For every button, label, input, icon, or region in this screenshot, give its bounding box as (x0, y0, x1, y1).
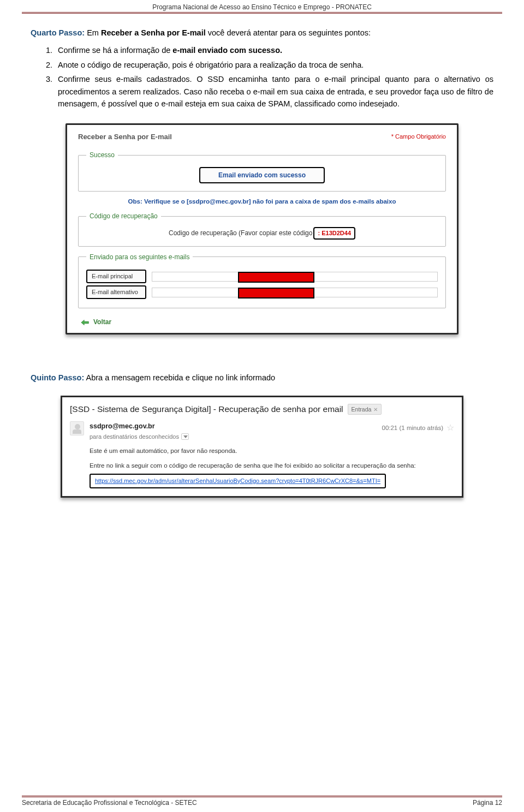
mail-body: Este é um email automático, por favor nã… (70, 441, 454, 489)
email-principal-label: E-mail principal (86, 270, 146, 283)
inbox-chip-label: Entrada (352, 405, 372, 414)
mail-body-line2: Entre no link a seguir com o código de r… (90, 461, 454, 471)
back-row[interactable]: Voltar (76, 314, 448, 327)
footer-right: Página 12 (473, 799, 502, 807)
screenshot-panel-1: Receber a Senha por E-mail * Campo Obrig… (66, 123, 458, 335)
page-header: Programa Nacional de Acesso ao Ensino Té… (0, 0, 524, 12)
inbox-chip[interactable]: Entrada ✕ (348, 404, 382, 415)
header-rule (22, 12, 502, 14)
fieldset-emails: Enviado para os seguintes e-mails E-mail… (78, 252, 446, 309)
mail-body-line1: Este é um email automático, por favor nã… (90, 446, 454, 457)
code-prefix: Codigo de recuperação (Favor copiar este… (169, 229, 312, 237)
item1-a: Confirme se há a informação de (58, 46, 172, 55)
item2: Anote o código de recuperação, pois é ob… (58, 61, 364, 69)
mail-meta: ssdpro@mec.gov.br para destinatários des… (90, 421, 376, 441)
redacted-block (238, 288, 314, 298)
step5-heading: Quinto Passo: Abra a mensagem recebida e… (31, 372, 493, 384)
header-title: Programa Nacional de Acesso ao Ensino Té… (152, 3, 372, 11)
legend-emails: Enviado para os seguintes e-mails (86, 252, 193, 262)
email-alt-label: E-mail alternativo (86, 285, 146, 299)
mail-subject-row: [SSD - Sistema de Segurança Digital] - R… (70, 403, 454, 416)
email-row-principal: E-mail principal (86, 270, 438, 283)
panel1-header: Receber a Senha por E-mail * Campo Obrig… (76, 132, 448, 146)
step4-intro-after: você deverá atentar para os seguintes po… (206, 28, 371, 37)
success-message-box: Email enviado com sucesso (199, 167, 325, 184)
legend-code: Código de recuperação (86, 211, 161, 222)
step5-text: Abra a mensagem recebida e clique no lin… (84, 373, 275, 382)
success-message: Email enviado com sucesso (218, 171, 306, 179)
mail-subject: [SSD - Sistema de Segurança Digital] - R… (70, 403, 343, 416)
screenshot-panel-2: [SSD - Sistema de Segurança Digital] - R… (61, 396, 463, 498)
redacted-block (238, 272, 314, 283)
footer-rule (22, 796, 502, 797)
page-footer: Secretaria de Educação Profissional e Te… (0, 796, 524, 812)
step4-intro-bold: Receber a Senha por E-mail (101, 28, 206, 37)
item1-b: e-mail enviado com sucesso. (172, 46, 282, 55)
step4-list: Confirme se há a informação de e-mail en… (31, 44, 493, 110)
fieldset-code: Código de recuperação Codigo de recupera… (78, 211, 446, 247)
step4-intro-before: Em (85, 28, 101, 37)
code-line: Codigo de recuperação (Favor copiar este… (86, 227, 438, 240)
recovery-code-box: : E13D2D44 (313, 227, 355, 240)
list-item: Anote o código de recuperação, pois é ob… (55, 59, 493, 71)
recovery-link-box: https://ssd.mec.gov.br/adm/usr/alterarSe… (90, 474, 386, 489)
chevron-down-icon[interactable] (181, 433, 189, 440)
mail-time: 00:21 (1 minuto atrás) (382, 423, 443, 433)
item3: Confirme seus e-mails cadastrados. O SSD… (58, 75, 493, 108)
avatar (70, 421, 84, 435)
step4-label: Quarto Passo: (31, 28, 85, 37)
step5-label: Quinto Passo: (31, 373, 84, 382)
mail-to-text: para destinatários desconhecidos (90, 432, 179, 441)
mail-time-row: 00:21 (1 minuto atrás) ☆ (382, 421, 454, 435)
back-label: Voltar (93, 317, 111, 327)
recovery-link[interactable]: https://ssd.mec.gov.br/adm/usr/alterarSe… (95, 477, 380, 484)
mail-from-row: ssdpro@mec.gov.br para destinatários des… (70, 421, 454, 441)
footer-left: Secretaria de Educação Profissional e Te… (22, 799, 197, 807)
fieldset-success: Sucesso Email enviado com sucesso (78, 150, 446, 192)
mail-to-row: para destinatários desconhecidos (90, 432, 376, 441)
step4-heading: Quarto Passo: Em Receber a Senha por E-m… (31, 27, 493, 39)
observation-text: Obs: Verifique se o [ssdpro@mec.gov.br] … (76, 197, 448, 207)
email-row-alt: E-mail alternativo (86, 285, 438, 299)
required-field-note: * Campo Obrigatório (391, 132, 446, 141)
email-alt-field (152, 288, 438, 297)
list-item: Confirme seus e-mails cadastrados. O SSD… (55, 73, 493, 110)
mail-from: ssdpro@mec.gov.br (90, 421, 376, 432)
panel1-title: Receber a Senha por E-mail (78, 132, 172, 142)
content-area: Quarto Passo: Em Receber a Senha por E-m… (0, 16, 524, 498)
list-item: Confirme se há a informação de e-mail en… (55, 44, 493, 56)
close-icon[interactable]: ✕ (373, 405, 378, 414)
back-arrow-icon (80, 319, 90, 326)
email-principal-field (152, 272, 438, 282)
star-icon[interactable]: ☆ (446, 421, 454, 435)
legend-success: Sucesso (86, 150, 118, 160)
